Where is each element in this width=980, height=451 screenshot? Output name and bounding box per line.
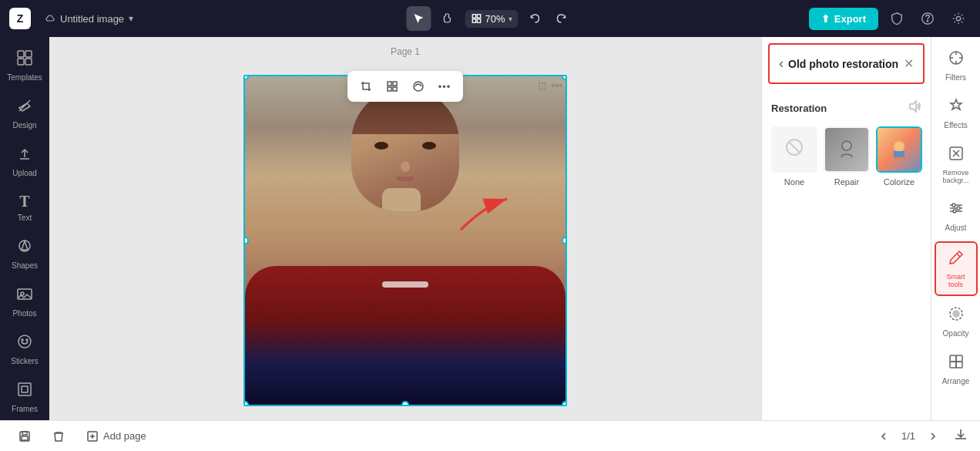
settings-icon-btn[interactable] bbox=[946, 6, 971, 31]
canvas-area[interactable]: Page 1 ••• bbox=[49, 37, 761, 420]
sidebar-item-templates-label: Templates bbox=[7, 73, 42, 82]
svg-rect-24 bbox=[393, 87, 397, 91]
arrange-icon bbox=[948, 353, 965, 374]
select-tool[interactable] bbox=[406, 6, 431, 31]
canvas-image[interactable]: ↻ ⊡ ••• bbox=[243, 75, 567, 406]
add-page-label: Add page bbox=[103, 430, 146, 442]
rs-smart-tools[interactable]: Smart tools bbox=[935, 241, 978, 296]
zoom-control[interactable]: 70% ▾ bbox=[465, 10, 518, 28]
svg-point-44 bbox=[952, 204, 955, 207]
frames-icon bbox=[16, 381, 33, 402]
document-title[interactable]: Untitled image ▾ bbox=[37, 9, 139, 28]
add-page-icon bbox=[86, 430, 99, 443]
svg-point-50 bbox=[953, 311, 959, 317]
panel-back-button[interactable]: ‹ bbox=[779, 56, 784, 72]
download-button[interactable] bbox=[954, 427, 968, 445]
rs-adjust-label: Adjust bbox=[945, 224, 967, 232]
svg-point-5 bbox=[927, 20, 928, 21]
sidebar-item-upload[interactable]: Upload bbox=[3, 139, 46, 183]
colorize-label: Colorize bbox=[884, 177, 915, 187]
prev-page-button[interactable] bbox=[872, 428, 895, 445]
svg-rect-8 bbox=[25, 51, 32, 57]
none-icon bbox=[784, 136, 805, 163]
restoration-colorize[interactable]: Colorize bbox=[876, 126, 922, 187]
svg-rect-9 bbox=[18, 59, 24, 65]
upload-icon bbox=[16, 145, 33, 166]
more-options-button[interactable]: ••• bbox=[432, 74, 457, 99]
app-logo[interactable]: Z bbox=[9, 8, 31, 29]
svg-rect-56 bbox=[22, 432, 27, 435]
restoration-options: None Repair bbox=[771, 126, 921, 187]
rs-remove-bg[interactable]: Remove backgr... bbox=[935, 139, 978, 190]
rs-opacity[interactable]: Opacity bbox=[935, 299, 978, 344]
left-sidebar: Templates Design Upload T Text bbox=[0, 37, 49, 420]
rs-arrange-label: Arrange bbox=[942, 377, 970, 385]
svg-line-47 bbox=[957, 254, 960, 257]
text-icon: T bbox=[19, 193, 29, 210]
handle-tr[interactable] bbox=[562, 75, 567, 80]
restoration-repair[interactable]: Repair bbox=[824, 126, 870, 187]
svg-point-30 bbox=[842, 141, 851, 150]
redo-button[interactable] bbox=[549, 6, 574, 31]
svg-point-45 bbox=[957, 207, 960, 210]
shield-icon-btn[interactable] bbox=[884, 6, 909, 31]
none-thumb bbox=[771, 126, 817, 173]
collar-stripe bbox=[382, 281, 428, 288]
sidebar-item-frames[interactable]: Frames bbox=[3, 375, 46, 419]
sidebar-item-photos[interactable]: Photos bbox=[3, 279, 46, 324]
corner-icon1[interactable]: ⊡ bbox=[538, 79, 547, 92]
handle-br[interactable] bbox=[562, 401, 567, 406]
repair-preview bbox=[825, 128, 868, 171]
mask-button[interactable] bbox=[406, 74, 431, 99]
grid-button[interactable] bbox=[380, 74, 404, 99]
export-button[interactable]: ⬆ Export bbox=[809, 8, 878, 30]
restoration-none[interactable]: None bbox=[771, 126, 817, 187]
float-toolbar: ••• bbox=[347, 71, 463, 102]
section-title: Restoration bbox=[771, 99, 921, 117]
sidebar-item-shapes[interactable]: Shapes bbox=[3, 231, 46, 276]
svg-point-31 bbox=[894, 141, 904, 152]
topbar-right: ⬆ Export bbox=[809, 6, 971, 31]
svg-rect-0 bbox=[472, 15, 475, 18]
export-icon: ⬆ bbox=[821, 13, 830, 25]
delete-button[interactable] bbox=[46, 427, 71, 446]
smart-tools-icon bbox=[948, 249, 965, 270]
sound-icon[interactable] bbox=[908, 99, 921, 117]
zoom-level: 70% bbox=[485, 13, 505, 25]
restoration-section: Restoration bbox=[762, 90, 931, 196]
svg-rect-10 bbox=[25, 59, 32, 65]
sidebar-item-text[interactable]: T Text bbox=[3, 187, 46, 228]
hand-tool[interactable] bbox=[435, 6, 460, 31]
help-icon-btn[interactable] bbox=[915, 6, 940, 31]
handle-mr[interactable] bbox=[562, 237, 567, 244]
rs-arrange[interactable]: Arrange bbox=[935, 347, 978, 392]
sidebar-item-design-label: Design bbox=[12, 121, 36, 130]
title-chevron[interactable]: ▾ bbox=[129, 13, 133, 24]
panel-close-button[interactable]: ✕ bbox=[904, 56, 914, 71]
right-panel: ‹ Old photo restoration ✕ Restoration bbox=[761, 37, 931, 420]
svg-rect-22 bbox=[393, 82, 397, 86]
handle-bm[interactable] bbox=[401, 401, 409, 406]
sidebar-item-templates[interactable]: Templates bbox=[3, 43, 46, 88]
rs-adjust[interactable]: Adjust bbox=[935, 194, 978, 238]
filters-icon bbox=[948, 49, 965, 70]
rs-effects[interactable]: Effects bbox=[935, 91, 978, 136]
svg-rect-51 bbox=[950, 355, 956, 362]
save-icon bbox=[18, 430, 31, 443]
corner-icon2[interactable]: ••• bbox=[551, 79, 562, 92]
rs-filters[interactable]: Filters bbox=[935, 43, 978, 88]
sidebar-item-stickers[interactable]: Stickers bbox=[3, 327, 46, 372]
next-page-button[interactable] bbox=[921, 428, 945, 445]
shapes-icon bbox=[16, 237, 33, 258]
add-page-button[interactable]: Add page bbox=[80, 427, 153, 446]
arrow-to-smart-tools bbox=[976, 251, 981, 274]
crop-button[interactable] bbox=[354, 74, 378, 99]
save-button[interactable] bbox=[12, 427, 37, 446]
undo-button[interactable] bbox=[523, 6, 548, 31]
sidebar-item-stickers-label: Stickers bbox=[11, 357, 39, 365]
frame-icon bbox=[471, 13, 482, 24]
colorize-thumb bbox=[876, 126, 922, 173]
zoom-chevron[interactable]: ▾ bbox=[508, 15, 512, 23]
rs-opacity-label: Opacity bbox=[943, 329, 969, 338]
sidebar-item-design[interactable]: Design bbox=[3, 91, 46, 136]
